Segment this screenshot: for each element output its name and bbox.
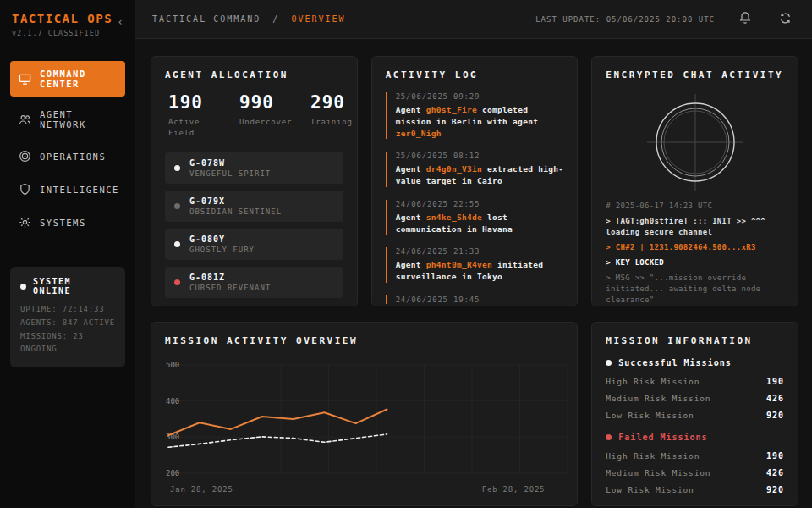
svg-text:400: 400: [166, 397, 179, 406]
terminal-line: > KEY LOCKED: [606, 257, 784, 268]
activity-log-card: ACTIVITY LOG 25/06/2025 09:29Agent gh0st…: [371, 56, 579, 306]
agent-list: G-078WVENGEFUL SPIRITG-079XOBSIDIAN SENT…: [165, 152, 343, 298]
system-status-line: MISSIONS: 23 ONGOING: [20, 330, 115, 357]
agent-handle: gh0st_Fire: [426, 105, 477, 114]
mission-info-row: Medium Risk Mission426: [606, 394, 784, 403]
stat-label: Training: [310, 117, 358, 128]
mission-row-label: High Risk Mission: [606, 451, 700, 461]
system-status-panel: SYSTEM ONLINE UPTIME: 72:14:33AGENTS: 84…: [10, 267, 125, 367]
sidebar: TACTICAL OPS v2.1.7 CLASSIFIED ‹ COMMAND…: [0, 0, 135, 508]
terminal-line: > MSG >> "...mission override initiated.…: [606, 273, 784, 306]
app-version: v2.1.7 CLASSIFIED: [12, 29, 112, 37]
agent-name: VENGEFUL SPIRIT: [189, 169, 271, 178]
mission-information-card: MISSION INFORMATION Successful MissionsH…: [591, 322, 798, 506]
agent-name: GHOSTLY FURY: [189, 246, 255, 254]
agent-allocation-stats: 190Active Field990Undercover290Training: [165, 92, 343, 139]
agent-allocation-card: AGENT ALLOCATION 190Active Field990Under…: [151, 56, 358, 306]
mission-activity-chart: 500400300200: [165, 358, 563, 483]
app-root: TACTICAL OPS v2.1.7 CLASSIFIED ‹ COMMAND…: [0, 0, 812, 508]
mission-info-section: Successful MissionsHigh Risk Mission190M…: [606, 358, 784, 420]
log-timestamp: 25/06/2025 08:12: [396, 152, 564, 160]
agent-status-dot: [174, 203, 180, 209]
agent-list-item[interactable]: G-081ZCURSED REVENANT: [165, 267, 343, 298]
refresh-button[interactable]: [776, 8, 795, 30]
notifications-button[interactable]: [735, 8, 755, 30]
sidebar-item-command-center[interactable]: COMMAND CENTER: [10, 61, 125, 97]
agent-list-item[interactable]: G-080YGHOSTLY FURY: [165, 229, 343, 260]
allocation-stat: 990Undercover: [239, 92, 292, 139]
log-entry: 24/06/2025 22:55Agent sn4ke_Sh4de lost c…: [386, 200, 564, 235]
sidebar-item-operations[interactable]: OPERATIONS: [10, 142, 125, 170]
bell-icon: [738, 11, 752, 27]
chart-x-end-label: Feb 28, 2025: [482, 485, 546, 494]
agent-status-dot: [174, 241, 180, 247]
mission-row-label: Low Risk Mission: [606, 411, 694, 420]
mission-row-value: 920: [766, 485, 784, 494]
log-entry: 25/06/2025 09:29Agent gh0st_Fire complet…: [386, 92, 564, 139]
stat-value: 190: [168, 92, 221, 113]
mission-info-section: Failed MissionsHigh Risk Mission190Mediu…: [606, 433, 784, 494]
log-timestamp: 24/06/2025 21:33: [396, 247, 564, 256]
system-status-line: AGENTS: 847 ACTIVE: [20, 317, 115, 330]
allocation-stat: 190Active Field: [168, 92, 221, 139]
sidebar-item-label: COMMAND CENTER: [40, 69, 117, 89]
mission-row-label: Medium Risk Mission: [606, 394, 710, 403]
sidebar-item-label: OPERATIONS: [40, 152, 106, 162]
terminal-line: # 2025-06-17 14:23 UTC: [606, 201, 784, 212]
sidebar-item-label: SYSTEMS: [40, 218, 86, 228]
breadcrumb-separator: /: [272, 14, 279, 24]
mission-row-value: 426: [766, 394, 784, 403]
shield-icon: [19, 183, 31, 196]
terminal-line: > [AGT:gh0stfire] ::: INIT >> ^^^ loadin…: [606, 216, 784, 238]
agent-handle: dr4g0n_V3in: [426, 164, 482, 174]
stat-label: Undercover: [239, 117, 292, 128]
mission-information-title: MISSION INFORMATION: [606, 335, 784, 346]
breadcrumb-root[interactable]: TACTICAL COMMAND: [152, 14, 261, 24]
svg-text:200: 200: [166, 469, 179, 478]
stat-value: 990: [239, 92, 292, 113]
mission-row-label: Low Risk Mission: [606, 485, 694, 494]
mission-row-label: Medium Risk Mission: [606, 468, 710, 478]
system-status-lines: UPTIME: 72:14:33AGENTS: 847 ACTIVEMISSIO…: [20, 303, 115, 356]
mission-info-row: Medium Risk Mission426: [606, 468, 784, 478]
last-update-text: LAST UPDATE: 05/06/2025 20:00 UTC: [535, 15, 715, 24]
activity-log-list: 25/06/2025 09:29Agent gh0st_Fire complet…: [386, 92, 564, 304]
sidebar-item-systems[interactable]: SYSTEMS: [10, 208, 125, 236]
log-timestamp: 24/06/2025 22:55: [396, 200, 564, 208]
section-heading: Successful Missions: [618, 358, 731, 367]
sidebar-item-agent-network[interactable]: AGENT NETWORK: [10, 102, 125, 137]
top-bar: TACTICAL COMMAND / OVERVIEW LAST UPDATE:…: [135, 0, 812, 39]
sidebar-item-label: AGENT NETWORK: [40, 109, 117, 130]
mission-row-value: 426: [766, 468, 784, 478]
mission-activity-title: MISSION ACTIVITY OVERVIEW: [165, 335, 563, 346]
dashboard-grid: AGENT ALLOCATION 190Active Field990Under…: [135, 39, 812, 508]
log-message: Agent ph4nt0m_R4ven initiated surveillan…: [396, 259, 564, 283]
line-chart-svg: 500400300200: [165, 358, 569, 482]
allocation-stat: 290Training: [310, 92, 358, 139]
agent-handle: sn4ke_Sh4de: [426, 213, 482, 222]
mission-information-sections: Successful MissionsHigh Risk Mission190M…: [606, 358, 784, 494]
log-entry: 24/06/2025 21:33Agent ph4nt0m_R4ven init…: [386, 247, 564, 283]
agent-code: G-081Z: [189, 273, 271, 282]
agent-list-item[interactable]: G-078WVENGEFUL SPIRIT: [165, 152, 343, 184]
monitor-icon: [19, 73, 31, 86]
log-message: Agent dr4g0n_V3in extracted high-value t…: [396, 163, 564, 187]
app-title: TACTICAL OPS: [12, 12, 112, 25]
log-timestamp: 25/06/2025 09:29: [396, 92, 564, 101]
mission-info-row: High Risk Mission190: [606, 451, 784, 461]
agent-code: G-080Y: [189, 235, 255, 244]
system-status-line: UPTIME: 72:14:33: [20, 303, 115, 317]
mission-info-row: High Risk Mission190: [606, 377, 784, 386]
radar-icon: [645, 92, 745, 192]
users-icon: [19, 113, 31, 126]
svg-text:500: 500: [166, 361, 179, 369]
chart-x-start-label: Jan 28, 2025: [170, 485, 233, 494]
section-heading: Failed Missions: [618, 433, 707, 442]
agent-list-item[interactable]: G-079XOBSIDIAN SENTINEL: [165, 190, 343, 222]
breadcrumb-current: OVERVIEW: [291, 14, 345, 24]
gear-icon: [19, 216, 31, 229]
sidebar-collapse-button[interactable]: ‹: [113, 15, 127, 28]
agent-allocation-title: AGENT ALLOCATION: [165, 69, 343, 80]
sidebar-item-intelligence[interactable]: INTELLIGENCE: [10, 175, 125, 203]
online-status-dot: [20, 284, 26, 290]
